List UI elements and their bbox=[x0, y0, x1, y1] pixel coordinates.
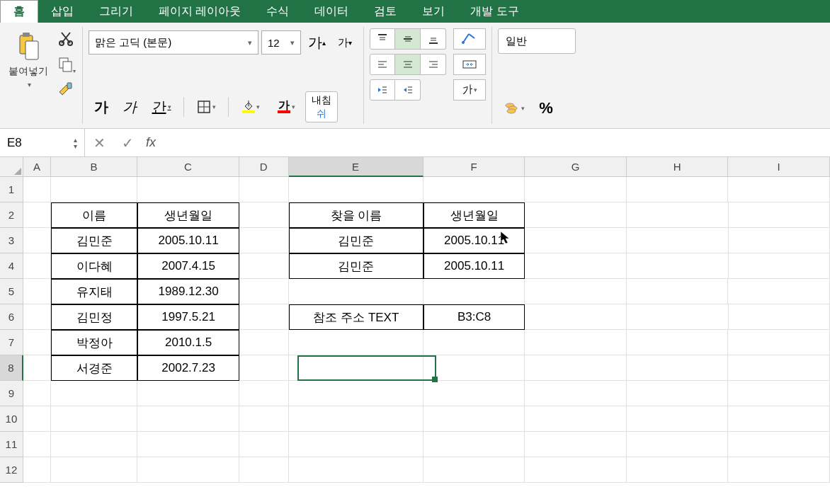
tab-formulas[interactable]: 수식 bbox=[254, 0, 302, 23]
wrap-text-button[interactable]: 내침 쉬 bbox=[305, 91, 338, 122]
cell-E1[interactable] bbox=[289, 177, 423, 202]
cell-C1[interactable] bbox=[137, 177, 239, 202]
col-header-I[interactable]: I bbox=[728, 157, 830, 177]
tab-review[interactable]: 검토 bbox=[361, 0, 409, 23]
cell-A8[interactable] bbox=[23, 355, 51, 381]
cell-I10[interactable] bbox=[728, 406, 830, 432]
cell-F3[interactable]: 2005.10.11 bbox=[423, 228, 525, 253]
cell-I4[interactable] bbox=[729, 253, 831, 279]
cell-D4[interactable] bbox=[239, 253, 289, 279]
cell-I9[interactable] bbox=[728, 381, 830, 406]
cell-E11[interactable] bbox=[289, 432, 423, 457]
cell-A7[interactable] bbox=[23, 330, 51, 355]
formula-input[interactable] bbox=[160, 132, 830, 153]
row-header-1[interactable]: 1 bbox=[0, 177, 23, 202]
align-center-button[interactable] bbox=[395, 54, 421, 75]
tab-view[interactable]: 보기 bbox=[409, 0, 457, 23]
cell-B7[interactable]: 박정아 bbox=[51, 330, 137, 355]
cell-B12[interactable] bbox=[51, 457, 137, 483]
align-top-button[interactable] bbox=[370, 28, 395, 50]
row-header-6[interactable]: 6 bbox=[0, 304, 23, 330]
copy-button[interactable]: ▾ bbox=[55, 54, 76, 75]
cell-C5[interactable]: 1989.12.30 bbox=[137, 279, 239, 304]
tab-developer[interactable]: 개발 도구 bbox=[457, 0, 531, 23]
cell-D6[interactable] bbox=[239, 304, 289, 330]
row-header-12[interactable]: 12 bbox=[0, 457, 23, 483]
font-color-button[interactable]: 가 ▾ bbox=[270, 93, 302, 121]
cell-D7[interactable] bbox=[239, 330, 289, 355]
fill-color-button[interactable]: ▾ bbox=[234, 93, 267, 121]
cell-B3[interactable]: 김민준 bbox=[51, 228, 137, 253]
cell-A9[interactable] bbox=[23, 381, 51, 406]
row-header-11[interactable]: 11 bbox=[0, 432, 23, 457]
indent-decrease-button[interactable] bbox=[370, 79, 395, 101]
cell-F8[interactable] bbox=[423, 355, 525, 381]
currency-button[interactable]: ▾ bbox=[498, 94, 530, 122]
cell-A1[interactable] bbox=[23, 177, 51, 202]
cell-G10[interactable] bbox=[525, 406, 627, 432]
cell-I12[interactable] bbox=[728, 457, 830, 483]
row-header-5[interactable]: 5 bbox=[0, 279, 23, 304]
format-painter-button[interactable] bbox=[55, 79, 76, 101]
cell-F7[interactable] bbox=[423, 330, 525, 355]
cell-H6[interactable] bbox=[627, 304, 729, 330]
font-size-select[interactable]: 12 ▾ bbox=[261, 30, 301, 55]
cell-E10[interactable] bbox=[289, 406, 423, 432]
italic-button[interactable]: 가 bbox=[117, 93, 142, 121]
number-format-select[interactable]: 일반 bbox=[498, 28, 576, 54]
cell-E2[interactable]: 찾을 이름 bbox=[289, 202, 423, 228]
cell-H2[interactable] bbox=[627, 202, 729, 228]
cell-G2[interactable] bbox=[525, 202, 627, 228]
cell-E12[interactable] bbox=[289, 457, 423, 483]
accept-formula-button[interactable]: ✓ bbox=[113, 129, 142, 156]
cell-G6[interactable] bbox=[525, 304, 627, 330]
cell-A11[interactable] bbox=[23, 432, 51, 457]
cell-B4[interactable]: 이다혜 bbox=[51, 253, 137, 279]
cell-E8[interactable] bbox=[289, 355, 423, 381]
row-header-7[interactable]: 7 bbox=[0, 330, 23, 355]
align-bottom-button[interactable] bbox=[421, 28, 446, 50]
cell-E5[interactable] bbox=[289, 279, 423, 304]
cell-A6[interactable] bbox=[23, 304, 51, 330]
cell-G1[interactable] bbox=[525, 177, 627, 202]
cell-D1[interactable] bbox=[239, 177, 289, 202]
select-all-corner[interactable] bbox=[0, 157, 23, 177]
cut-button[interactable] bbox=[55, 28, 76, 50]
cell-F11[interactable] bbox=[423, 432, 525, 457]
cell-B5[interactable]: 유지태 bbox=[51, 279, 137, 304]
cell-A12[interactable] bbox=[23, 457, 51, 483]
font-shrink-button[interactable]: 가▾ bbox=[332, 28, 358, 57]
tab-home[interactable]: 홈 bbox=[0, 0, 38, 23]
cell-A5[interactable] bbox=[23, 279, 51, 304]
cell-C4[interactable]: 2007.4.15 bbox=[137, 253, 239, 279]
cell-I7[interactable] bbox=[728, 330, 830, 355]
align-middle-button[interactable] bbox=[395, 28, 421, 50]
cell-H10[interactable] bbox=[627, 406, 729, 432]
cell-G3[interactable] bbox=[525, 228, 627, 253]
cell-G11[interactable] bbox=[525, 432, 627, 457]
cell-E3[interactable]: 김민준 bbox=[289, 228, 423, 253]
cell-F2[interactable]: 생년월일 bbox=[423, 202, 525, 228]
cell-H5[interactable] bbox=[627, 279, 729, 304]
cell-C10[interactable] bbox=[137, 406, 239, 432]
rotate-button[interactable]: 가 ▾ bbox=[453, 79, 486, 101]
cell-D2[interactable] bbox=[239, 202, 289, 228]
name-box[interactable]: E8 ▴▾ bbox=[0, 129, 85, 156]
cell-I8[interactable] bbox=[728, 355, 830, 381]
col-header-C[interactable]: C bbox=[137, 157, 239, 177]
row-header-8[interactable]: 8 bbox=[0, 355, 23, 381]
cell-I3[interactable] bbox=[729, 228, 831, 253]
cell-H3[interactable] bbox=[627, 228, 729, 253]
cell-I2[interactable] bbox=[729, 202, 831, 228]
cell-G9[interactable] bbox=[525, 381, 627, 406]
cell-H4[interactable] bbox=[627, 253, 729, 279]
cell-C11[interactable] bbox=[137, 432, 239, 457]
cell-C9[interactable] bbox=[137, 381, 239, 406]
cell-G7[interactable] bbox=[525, 330, 627, 355]
cell-G8[interactable] bbox=[525, 355, 627, 381]
cell-F9[interactable] bbox=[423, 381, 525, 406]
cell-C3[interactable]: 2005.10.11 bbox=[137, 228, 239, 253]
cell-B8[interactable]: 서경준 bbox=[51, 355, 137, 381]
cell-G12[interactable] bbox=[525, 457, 627, 483]
cell-A3[interactable] bbox=[23, 228, 51, 253]
